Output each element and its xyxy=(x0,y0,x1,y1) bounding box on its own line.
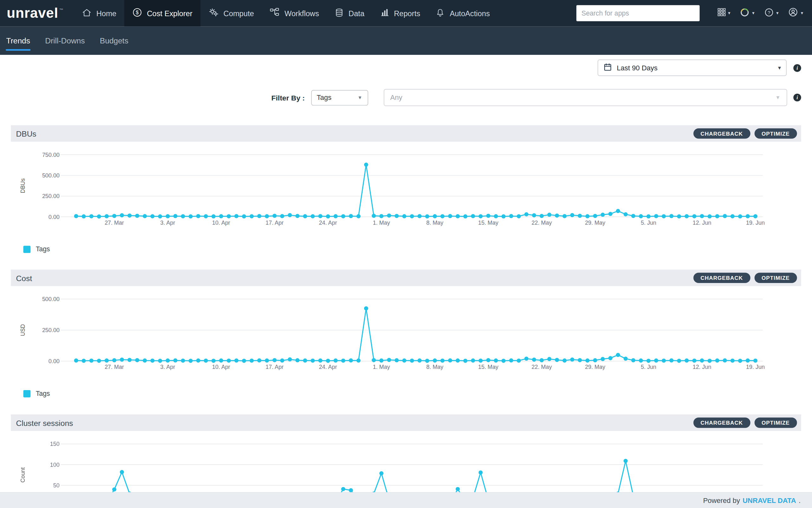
svg-text:3. Apr: 3. Apr xyxy=(160,364,175,370)
panel-actions: CHARGEBACK OPTIMIZE xyxy=(693,272,797,283)
nav-item-label: Cost Explorer xyxy=(147,9,192,17)
info-icon[interactable]: i xyxy=(793,64,801,72)
svg-text:250.00: 250.00 xyxy=(42,327,60,333)
svg-text:150: 150 xyxy=(50,441,60,447)
svg-text:5. Jun: 5. Jun xyxy=(641,220,656,226)
nav-item-autoactions[interactable]: AutoActions xyxy=(428,0,497,26)
tab-label: Budgets xyxy=(100,36,128,45)
nav-item-cost-explorer[interactable]: $ Cost Explorer xyxy=(124,0,200,26)
svg-text:?: ? xyxy=(768,9,770,15)
tab-trends[interactable]: Trends xyxy=(6,26,31,55)
chevron-down-icon: ▾ xyxy=(752,11,754,15)
optimize-button[interactable]: OPTIMIZE xyxy=(754,272,797,283)
nav-item-workflows[interactable]: Workflows xyxy=(262,0,327,26)
tab-drill-downs[interactable]: Drill-Downs xyxy=(45,26,85,55)
cost-panel: Cost CHARGEBACK OPTIMIZE 0.00250.00500.0… xyxy=(11,270,801,404)
panel-header: Cluster sessions CHARGEBACK OPTIMIZE xyxy=(11,415,801,431)
unravel-data-link[interactable]: UNRAVEL DATA xyxy=(742,497,796,504)
nav-item-data[interactable]: Data xyxy=(327,0,372,26)
panel-body: 0.00250.00500.00750.0027. Mar3. Apr10. A… xyxy=(11,142,801,259)
tab-label: Drill-Downs xyxy=(45,36,85,45)
filter-type-value: Tags xyxy=(316,94,332,101)
chargeback-button[interactable]: CHARGEBACK xyxy=(693,272,750,283)
nav-item-label: Compute xyxy=(224,9,254,17)
chevron-down-icon: ▾ xyxy=(776,11,778,15)
svg-text:0.00: 0.00 xyxy=(48,358,60,365)
svg-text:500.00: 500.00 xyxy=(42,172,60,179)
app-search-input[interactable] xyxy=(576,5,700,21)
health-menu[interactable]: ▾ xyxy=(738,7,757,19)
legend-item-tags[interactable]: Tags xyxy=(23,389,801,404)
compute-gears-icon xyxy=(208,7,219,19)
panel-actions: CHARGEBACK OPTIMIZE xyxy=(693,418,797,428)
info-icon[interactable]: i xyxy=(793,94,801,101)
svg-text:Count: Count xyxy=(20,467,26,483)
filter-type-select[interactable]: Tags ▼ xyxy=(311,90,368,105)
health-gauge-icon xyxy=(740,7,750,19)
help-icon: ? xyxy=(764,7,774,19)
logo-trademark: ™ xyxy=(59,8,64,12)
tab-label: Trends xyxy=(6,36,30,45)
optimize-button[interactable]: OPTIMIZE xyxy=(754,128,797,139)
svg-text:1. May: 1. May xyxy=(373,364,390,370)
legend-swatch xyxy=(23,390,31,397)
svg-text:3. Apr: 3. Apr xyxy=(160,220,175,226)
unravel-logo[interactable]: unravel™ xyxy=(0,0,74,26)
svg-text:24. Apr: 24. Apr xyxy=(319,220,337,226)
nav-item-label: Data xyxy=(349,9,364,17)
date-range-row: Last 90 Days ▾ i xyxy=(0,59,801,76)
legend-label: Tags xyxy=(36,389,50,397)
nav-item-reports[interactable]: Reports xyxy=(372,0,428,26)
svg-text:100: 100 xyxy=(50,462,60,468)
chevron-down-icon: ▾ xyxy=(778,64,781,71)
top-nav: unravel™ Home $ Cost Explorer Compute Wo… xyxy=(0,0,812,26)
app-viewport: unravel™ Home $ Cost Explorer Compute Wo… xyxy=(0,0,812,508)
user-menu[interactable]: ▾ xyxy=(786,7,805,19)
cost-trend-chart[interactable]: 0.00250.00500.0027. Mar3. Apr10. Apr17. … xyxy=(11,286,801,375)
powered-by-text: Powered by xyxy=(703,497,740,504)
svg-text:50: 50 xyxy=(53,482,60,489)
panel-title: Cost xyxy=(16,273,32,282)
logo-text: unravel xyxy=(7,5,59,21)
svg-text:500.00: 500.00 xyxy=(42,296,60,302)
optimize-button[interactable]: OPTIMIZE xyxy=(754,418,797,428)
nav-item-label: Workflows xyxy=(284,9,319,17)
svg-text:15. May: 15. May xyxy=(478,220,498,226)
nav-item-compute[interactable]: Compute xyxy=(200,0,262,26)
dropdown-arrow-icon: ▼ xyxy=(775,95,780,100)
filter-value-select[interactable]: Any ▼ xyxy=(384,89,787,106)
apps-grid-icon xyxy=(717,8,726,18)
tab-budgets[interactable]: Budgets xyxy=(99,26,129,55)
help-menu[interactable]: ? ▾ xyxy=(762,7,781,19)
sub-nav-tabs: Trends Drill-Downs Budgets xyxy=(0,26,812,55)
svg-text:10. Apr: 10. Apr xyxy=(212,220,230,226)
footer-period: . xyxy=(799,497,801,504)
chargeback-button[interactable]: CHARGEBACK xyxy=(693,418,750,428)
filter-value-placeholder: Any xyxy=(390,94,402,101)
user-icon xyxy=(788,7,799,19)
svg-text:15. May: 15. May xyxy=(478,364,498,370)
dbus-trend-chart[interactable]: 0.00250.00500.00750.0027. Mar3. Apr10. A… xyxy=(11,142,801,231)
svg-text:0.00: 0.00 xyxy=(48,214,60,220)
svg-text:USD: USD xyxy=(20,324,26,336)
svg-text:8. May: 8. May xyxy=(426,364,443,370)
home-icon xyxy=(82,8,92,19)
nav-item-label: AutoActions xyxy=(450,9,490,17)
apps-menu[interactable]: ▾ xyxy=(715,8,732,18)
svg-text:DBUs: DBUs xyxy=(20,178,26,193)
svg-text:27. Mar: 27. Mar xyxy=(105,364,124,370)
dropdown-arrow-icon: ▼ xyxy=(358,95,362,100)
svg-text:8. May: 8. May xyxy=(426,220,443,226)
chargeback-button[interactable]: CHARGEBACK xyxy=(693,128,750,139)
svg-text:17. Apr: 17. Apr xyxy=(266,220,283,226)
svg-text:12. Jun: 12. Jun xyxy=(693,364,711,370)
legend-swatch xyxy=(23,246,31,253)
bell-icon xyxy=(436,8,445,19)
nav-item-home[interactable]: Home xyxy=(74,0,124,26)
legend-item-tags[interactable]: Tags xyxy=(23,245,801,259)
dbus-panel: DBUs CHARGEBACK OPTIMIZE 0.00250.00500.0… xyxy=(11,125,801,259)
nav-item-label: Home xyxy=(96,9,116,17)
filter-by-label: Filter By : xyxy=(272,93,305,102)
date-range-picker[interactable]: Last 90 Days ▾ xyxy=(597,59,787,76)
svg-text:24. Apr: 24. Apr xyxy=(319,364,337,370)
